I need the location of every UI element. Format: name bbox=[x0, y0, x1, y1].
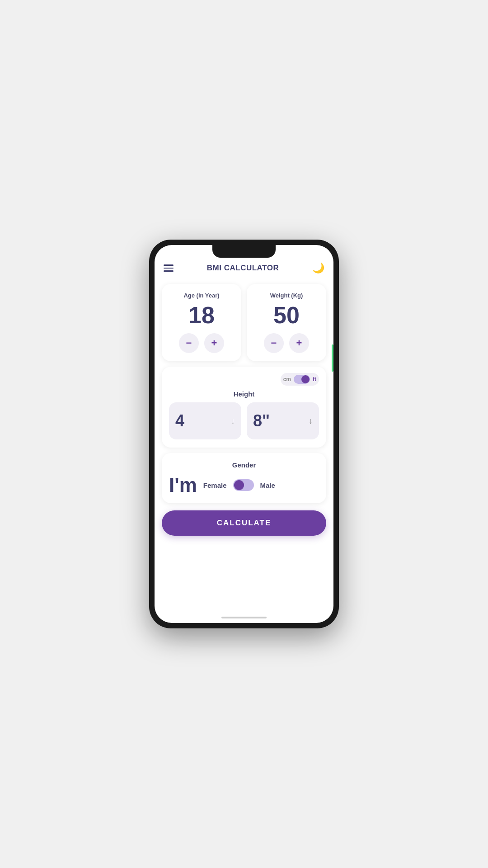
unit-toggle-thumb bbox=[301, 375, 310, 383]
height-card: cm ft Height 4 ↓ 8" ↓ bbox=[162, 367, 326, 448]
age-label: Age (In Year) bbox=[183, 292, 219, 299]
age-increment-button[interactable]: + bbox=[204, 333, 224, 353]
phone-frame: BMI CALCULATOR 🌙 Age (In Year) 18 − + We… bbox=[149, 240, 339, 628]
weight-card: Weight (Kg) 50 − + bbox=[247, 284, 326, 361]
height-unit-toggle-area: cm ft bbox=[169, 373, 319, 386]
page-title: BMI CALCULATOR bbox=[207, 264, 279, 273]
gender-row: I'm Female Male bbox=[169, 475, 319, 495]
height-label: Height bbox=[169, 390, 319, 398]
inches-value: 8" bbox=[253, 411, 270, 430]
unit-ft-label: ft bbox=[313, 376, 316, 382]
male-label: Male bbox=[260, 481, 275, 489]
phone-notch bbox=[212, 245, 276, 258]
calculate-button[interactable]: CALCULATE bbox=[162, 510, 326, 536]
age-decrement-button[interactable]: − bbox=[179, 333, 199, 353]
gender-label: Gender bbox=[169, 461, 319, 469]
main-content: Age (In Year) 18 − + Weight (Kg) 50 − + bbox=[155, 280, 333, 613]
gender-card: Gender I'm Female Male bbox=[162, 453, 326, 503]
feet-dropdown-icon: ↓ bbox=[231, 416, 235, 426]
unit-toggle[interactable]: cm ft bbox=[281, 373, 319, 386]
gender-toggle-thumb bbox=[234, 480, 244, 490]
im-text: I'm bbox=[169, 475, 197, 495]
menu-icon[interactable] bbox=[164, 264, 174, 272]
weight-label: Weight (Kg) bbox=[270, 292, 303, 299]
dark-mode-icon[interactable]: 🌙 bbox=[312, 262, 324, 274]
age-value: 18 bbox=[188, 303, 215, 327]
feet-value: 4 bbox=[175, 411, 184, 430]
weight-increment-button[interactable]: + bbox=[289, 333, 309, 353]
unit-toggle-track[interactable] bbox=[294, 375, 310, 384]
age-card: Age (In Year) 18 − + bbox=[162, 284, 241, 361]
feet-selector[interactable]: 4 ↓ bbox=[169, 402, 241, 439]
gender-toggle[interactable] bbox=[233, 479, 254, 491]
weight-decrement-button[interactable]: − bbox=[264, 333, 284, 353]
phone-bottom-bar bbox=[221, 617, 267, 618]
inches-dropdown-icon: ↓ bbox=[309, 416, 313, 426]
phone-screen: BMI CALCULATOR 🌙 Age (In Year) 18 − + We… bbox=[155, 245, 333, 623]
weight-value: 50 bbox=[273, 303, 300, 327]
inches-selector[interactable]: 8" ↓ bbox=[247, 402, 319, 439]
height-selectors: 4 ↓ 8" ↓ bbox=[169, 402, 319, 439]
age-weight-row: Age (In Year) 18 − + Weight (Kg) 50 − + bbox=[162, 284, 326, 361]
weight-controls: − + bbox=[264, 333, 309, 353]
female-label: Female bbox=[203, 481, 227, 489]
age-controls: − + bbox=[179, 333, 224, 353]
unit-cm-label: cm bbox=[283, 376, 291, 382]
